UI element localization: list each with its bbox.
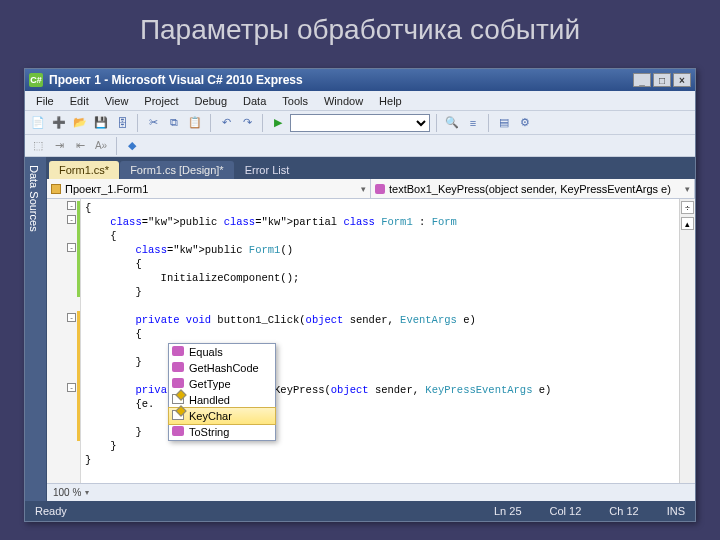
slide-title: Параметры обработчика событий xyxy=(0,0,720,56)
intellisense-item[interactable]: GetType xyxy=(169,376,275,392)
config-select[interactable] xyxy=(290,114,430,132)
class-dropdown-label: Проект_1.Form1 xyxy=(65,183,148,195)
open-icon[interactable]: 📂 xyxy=(71,114,89,132)
start-debug-icon[interactable]: ▶ xyxy=(269,114,287,132)
intellisense-item[interactable]: GetHashCode xyxy=(169,360,275,376)
zoom-level[interactable]: 100 % xyxy=(53,487,81,498)
intellisense-item[interactable]: ToString xyxy=(169,424,275,440)
copy-icon[interactable]: ⧉ xyxy=(165,114,183,132)
method-icon xyxy=(375,184,385,194)
separator xyxy=(488,114,489,132)
menu-file[interactable]: File xyxy=(29,93,61,109)
save-icon[interactable]: 💾 xyxy=(92,114,110,132)
separator xyxy=(210,114,211,132)
comment-icon[interactable]: ≡ xyxy=(464,114,482,132)
tab-form1-design[interactable]: Form1.cs [Design]* xyxy=(120,161,234,179)
maximize-button[interactable]: □ xyxy=(653,73,671,87)
window-title: Проект 1 - Microsoft Visual C# 2010 Expr… xyxy=(49,73,303,87)
menu-window[interactable]: Window xyxy=(317,93,370,109)
status-col: Col 12 xyxy=(550,505,582,517)
titlebar: C# Проект 1 - Microsoft Visual C# 2010 E… xyxy=(25,69,695,91)
app-icon: C# xyxy=(29,73,43,87)
intellisense-item[interactable]: Handled xyxy=(169,392,275,408)
menubar: File Edit View Project Debug Data Tools … xyxy=(25,91,695,111)
gutter: - - - - - xyxy=(47,199,81,483)
separator xyxy=(116,137,117,155)
a-icon[interactable]: A» xyxy=(92,137,110,155)
redo-icon[interactable]: ↷ xyxy=(238,114,256,132)
menu-tools[interactable]: Tools xyxy=(275,93,315,109)
member-dropdown-label: textBox1_KeyPress(object sender, KeyPres… xyxy=(389,183,671,195)
bookmark-icon[interactable]: ◆ xyxy=(123,137,141,155)
collapse-icon[interactable]: - xyxy=(67,215,76,224)
class-dropdown[interactable]: Проект_1.Form1 xyxy=(47,179,371,198)
zoom-bar: 100 % ▾ xyxy=(47,483,695,501)
indent-icon[interactable]: ⇥ xyxy=(50,137,68,155)
menu-data[interactable]: Data xyxy=(236,93,273,109)
change-marker xyxy=(77,311,80,441)
close-button[interactable]: × xyxy=(673,73,691,87)
data-sources-tab[interactable]: Data Sources xyxy=(25,157,47,501)
add-item-icon[interactable]: ➕ xyxy=(50,114,68,132)
new-project-icon[interactable]: 📄 xyxy=(29,114,47,132)
separator xyxy=(436,114,437,132)
body-row: Data Sources Form1.cs* Form1.cs [Design]… xyxy=(25,157,695,501)
outdent-icon[interactable]: ⇤ xyxy=(71,137,89,155)
cut-icon[interactable]: ✂ xyxy=(144,114,162,132)
menu-edit[interactable]: Edit xyxy=(63,93,96,109)
right-strip: ÷ ▴ xyxy=(679,199,695,483)
menu-debug[interactable]: Debug xyxy=(188,93,234,109)
find-icon[interactable]: 🔍 xyxy=(443,114,461,132)
collapse-icon[interactable]: - xyxy=(67,313,76,322)
statusbar: Ready Ln 25 Col 12 Ch 12 INS xyxy=(25,501,695,521)
tab-form1-cs[interactable]: Form1.cs* xyxy=(49,161,119,179)
properties-icon[interactable]: ⚙ xyxy=(516,114,534,132)
collapse-icon[interactable]: - xyxy=(67,243,76,252)
status-ins: INS xyxy=(667,505,685,517)
tab-error-list[interactable]: Error List xyxy=(235,161,300,179)
minimize-button[interactable]: _ xyxy=(633,73,651,87)
solution-explorer-icon[interactable]: ▤ xyxy=(495,114,513,132)
toolbar-main: 📄 ➕ 📂 💾 🗄 ✂ ⧉ 📋 ↶ ↷ ▶ 🔍 ≡ ▤ ⚙ xyxy=(25,111,695,135)
separator xyxy=(262,114,263,132)
zoom-dropdown-icon[interactable]: ▾ xyxy=(85,488,89,497)
toolbar-text: ⬚ ⇥ ⇤ A» ◆ xyxy=(25,135,695,157)
toggle-icon[interactable]: ⬚ xyxy=(29,137,47,155)
save-all-icon[interactable]: 🗄 xyxy=(113,114,131,132)
status-line: Ln 25 xyxy=(494,505,522,517)
undo-icon[interactable]: ↶ xyxy=(217,114,235,132)
intellisense-popup[interactable]: EqualsGetHashCodeGetTypeHandledKeyCharTo… xyxy=(168,343,276,441)
status-ch: Ch 12 xyxy=(609,505,638,517)
code-text[interactable]: { class="kw">public class="kw">partial c… xyxy=(81,199,679,483)
window-controls: _ □ × xyxy=(633,73,691,87)
class-icon xyxy=(51,184,61,194)
paste-icon[interactable]: 📋 xyxy=(186,114,204,132)
code-editor[interactable]: - - - - - { class="kw">public class="kw"… xyxy=(47,199,695,483)
document-tabs: Form1.cs* Form1.cs [Design]* Error List xyxy=(47,157,695,179)
status-ready: Ready xyxy=(35,505,67,517)
separator xyxy=(137,114,138,132)
collapse-icon[interactable]: - xyxy=(67,201,76,210)
menu-help[interactable]: Help xyxy=(372,93,409,109)
menu-project[interactable]: Project xyxy=(137,93,185,109)
main-column: Form1.cs* Form1.cs [Design]* Error List … xyxy=(47,157,695,501)
intellisense-item[interactable]: Equals xyxy=(169,344,275,360)
scroll-up-icon[interactable]: ▴ xyxy=(681,217,694,230)
ide-window: C# Проект 1 - Microsoft Visual C# 2010 E… xyxy=(24,68,696,522)
collapse-icon[interactable]: - xyxy=(67,383,76,392)
split-button[interactable]: ÷ xyxy=(681,201,694,214)
nav-dropdowns: Проект_1.Form1 textBox1_KeyPress(object … xyxy=(47,179,695,199)
menu-view[interactable]: View xyxy=(98,93,136,109)
member-dropdown[interactable]: textBox1_KeyPress(object sender, KeyPres… xyxy=(371,179,695,198)
change-marker xyxy=(77,201,80,297)
intellisense-item[interactable]: KeyChar xyxy=(169,408,275,424)
